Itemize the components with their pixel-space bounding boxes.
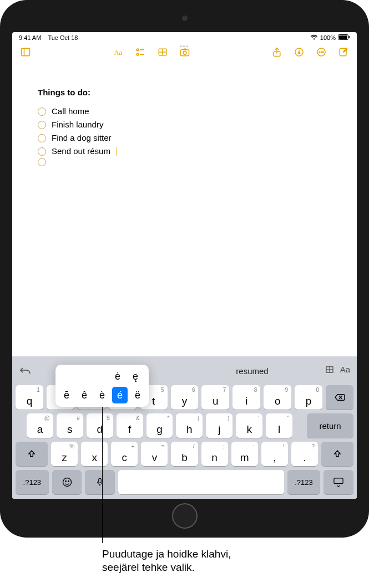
key-m[interactable]: m: — [231, 442, 258, 466]
key-k[interactable]: k' — [236, 413, 262, 438]
key-q[interactable]: q1 — [16, 385, 43, 410]
key-n[interactable]: n; — [201, 442, 228, 466]
checklist-item-empty[interactable] — [38, 158, 331, 166]
check-circle-icon[interactable] — [38, 134, 46, 142]
space-key[interactable] — [118, 470, 284, 494]
checklist-item-text: Find a dog sitter — [52, 131, 112, 145]
key-u[interactable]: u7 — [201, 385, 229, 410]
key-f[interactable]: f& — [117, 413, 143, 438]
table-suggestion-icon[interactable] — [325, 365, 335, 377]
wifi-icon — [310, 34, 318, 41]
svg-rect-1 — [339, 35, 347, 39]
svg-rect-32 — [334, 478, 343, 484]
key-c[interactable]: c+ — [111, 442, 138, 466]
status-bar: 9:41 AM Tue Oct 18 100% — [12, 32, 357, 41]
check-circle-icon[interactable] — [38, 147, 46, 156]
svg-rect-13 — [180, 50, 189, 56]
sidebar-toggle-button[interactable] — [17, 43, 34, 61]
svg-rect-30 — [99, 478, 102, 483]
key-o[interactable]: o9 — [264, 385, 291, 410]
note-title: Things to do: — [38, 88, 331, 97]
accent-key[interactable]: ė — [110, 368, 125, 385]
svg-text:Aa: Aa — [114, 49, 122, 57]
dictation-key[interactable] — [85, 470, 115, 494]
key-i[interactable]: i8 — [232, 385, 260, 410]
key-j[interactable]: j) — [206, 413, 232, 438]
svg-point-14 — [183, 51, 186, 54]
accent-key[interactable]: ę — [128, 368, 143, 385]
key-z[interactable]: z% — [51, 442, 78, 466]
svg-point-20 — [323, 52, 324, 53]
callout-text: Puudutage ja hoidke klahvi, seejärel teh… — [102, 548, 231, 574]
svg-point-18 — [319, 52, 320, 53]
key-a[interactable]: a@ — [27, 413, 53, 438]
status-right: 100% — [310, 34, 350, 41]
more-button[interactable] — [312, 43, 330, 61]
key-s[interactable]: s# — [57, 413, 83, 438]
battery-icon — [338, 34, 350, 41]
check-circle-icon[interactable] — [38, 108, 46, 116]
home-button[interactable] — [172, 503, 198, 529]
status-time-date: 9:41 AM Tue Oct 18 — [19, 34, 78, 41]
check-circle-icon[interactable] — [38, 158, 46, 166]
shift-key[interactable] — [321, 442, 353, 466]
number-mode-key[interactable]: .?123 — [287, 470, 321, 494]
checklist-item-text: Send out résum — [52, 145, 110, 158]
accent-key[interactable]: ë — [130, 387, 145, 403]
callout-line2: seejärel tehke valik. — [102, 561, 195, 573]
checklist-item[interactable]: Finish laundry — [38, 118, 331, 131]
key-x[interactable]: x- — [81, 442, 108, 466]
checklist-item[interactable]: Call home — [38, 105, 331, 118]
new-note-button[interactable] — [335, 43, 352, 61]
accent-key[interactable]: ē — [59, 387, 74, 403]
number-mode-key[interactable]: .?123 — [16, 470, 49, 494]
dismiss-keyboard-key[interactable] — [323, 470, 353, 494]
emoji-key[interactable] — [52, 470, 82, 494]
check-circle-icon[interactable] — [38, 121, 46, 129]
key-p[interactable]: p0 — [295, 385, 322, 410]
markup-button[interactable] — [290, 43, 308, 61]
backspace-key[interactable] — [326, 385, 353, 410]
battery-percent: 100% — [320, 34, 336, 41]
table-button[interactable] — [154, 43, 171, 61]
checklist-button[interactable] — [132, 43, 149, 61]
text-format-suggestion-icon[interactable]: Aa — [340, 365, 350, 377]
key-,[interactable]: ,! — [261, 442, 288, 466]
checklist-item[interactable]: Find a dog sitter — [38, 131, 331, 145]
screen: ••• 9:41 AM Tue Oct 18 100% — [12, 32, 357, 499]
status-time: 9:41 AM — [19, 34, 41, 41]
front-camera — [182, 16, 188, 21]
share-button[interactable] — [268, 43, 286, 61]
accent-key[interactable]: è — [94, 387, 110, 403]
key-v[interactable]: v= — [141, 442, 168, 466]
key-g[interactable]: g* — [146, 413, 173, 438]
checklist-item-text: Finish laundry — [52, 118, 103, 131]
shift-key[interactable] — [16, 442, 48, 466]
format-text-button[interactable]: Aa — [109, 43, 127, 61]
svg-point-8 — [137, 53, 139, 55]
svg-rect-3 — [22, 48, 30, 55]
svg-point-27 — [63, 478, 71, 487]
key-b[interactable]: b/ — [171, 442, 198, 466]
ipad-device-frame: ••• 9:41 AM Tue Oct 18 100% — [0, 0, 369, 538]
key-d[interactable]: d$ — [87, 413, 113, 438]
svg-rect-2 — [349, 36, 350, 38]
accent-character-popover: ė ę ē ê è é ë — [55, 365, 149, 407]
multitask-dots[interactable]: ••• — [180, 43, 189, 49]
checklist-item[interactable]: Send out résum — [38, 145, 331, 158]
key-y[interactable]: y6 — [171, 385, 199, 410]
key-h[interactable]: h( — [176, 413, 203, 438]
callout-line1: Puudutage ja hoidke klahvi, — [102, 548, 231, 560]
note-body[interactable]: Things to do: Call home Finish laundry F… — [12, 63, 357, 166]
key-.[interactable]: .? — [291, 442, 318, 466]
undo-button[interactable] — [16, 366, 36, 375]
status-date: Tue Oct 18 — [48, 34, 78, 41]
key-l[interactable]: l" — [266, 413, 292, 438]
accent-key[interactable]: ê — [77, 387, 92, 403]
svg-point-29 — [68, 481, 69, 482]
suggestion[interactable]: resumed — [180, 366, 324, 376]
return-key[interactable]: return — [307, 413, 353, 438]
checklist-item-text: Call home — [52, 105, 89, 118]
accent-key-selected[interactable]: é — [112, 387, 128, 403]
checklist: Call home Finish laundry Find a dog sitt… — [38, 105, 331, 166]
